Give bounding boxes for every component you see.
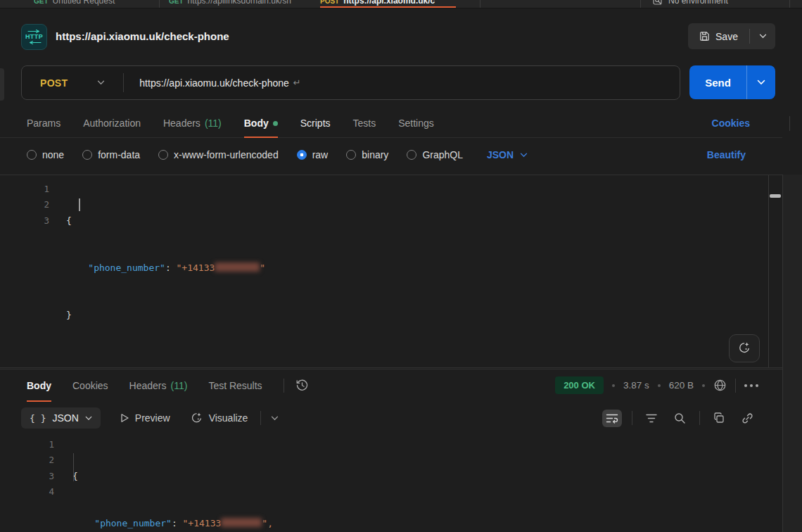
radio-label: GraphQL	[422, 149, 463, 160]
response-tab-headers[interactable]: Headers(11)	[129, 369, 188, 401]
tab-label: Tests	[353, 118, 376, 129]
postbot-magic-button[interactable]	[729, 334, 760, 362]
arrow-left-icon	[27, 41, 42, 44]
radio-label: form-data	[98, 149, 140, 160]
response-history-icon[interactable]	[295, 379, 309, 392]
copy-button[interactable]	[710, 409, 728, 427]
chevron-down-icon	[759, 34, 767, 39]
language-value: JSON	[487, 149, 514, 160]
tab-label: Test Results	[208, 380, 262, 391]
wrap-text-button[interactable]	[602, 410, 622, 427]
enter-hint: ↵	[293, 77, 301, 88]
view-options-chevron[interactable]	[271, 416, 279, 421]
search-button[interactable]	[670, 409, 689, 428]
tab-label: Scripts	[300, 118, 331, 129]
tab-authorization[interactable]: Authorization	[83, 109, 141, 137]
editor-scrollbar-track[interactable]	[768, 175, 782, 367]
preview-button[interactable]: Preview	[120, 412, 170, 424]
url-input[interactable]: https://api.xiaomu.uk/check-phone	[139, 77, 288, 89]
visualize-button[interactable]: Visualize	[190, 412, 248, 425]
method-label-post: POST	[320, 0, 339, 5]
tab-params[interactable]: Params	[27, 109, 61, 137]
cookies-link[interactable]: Cookies	[712, 109, 750, 137]
http-badge-label: HTTP	[25, 34, 43, 40]
response-tab-test-results[interactable]: Test Results	[208, 369, 262, 401]
language-dropdown[interactable]: JSON	[487, 149, 528, 160]
chevron-down-icon	[520, 153, 528, 158]
chevron-down-icon	[757, 80, 765, 85]
line-number-gutter: 1 2 3 4	[33, 437, 54, 500]
headers-count: (11)	[205, 118, 222, 129]
request-body-editor[interactable]: 1 2 3 { "phone_number": "+14133" }	[0, 175, 782, 368]
save-button[interactable]: Save	[688, 31, 749, 42]
network-globe-icon[interactable]	[713, 379, 727, 392]
chevron-down-icon	[271, 416, 279, 421]
filter-button[interactable]	[642, 410, 661, 426]
send-split-button: Send	[689, 65, 775, 99]
response-view-toolbar: { } JSON Preview Visualize	[0, 405, 782, 431]
send-options-button[interactable]	[747, 80, 775, 85]
radio-x-www-form-urlencoded[interactable]: x-www-form-urlencoded	[158, 149, 279, 160]
environment-selector[interactable]: No environment	[653, 0, 728, 8]
tab-divider	[159, 0, 160, 8]
beautify-link[interactable]: Beautify	[707, 149, 746, 160]
text-cursor	[79, 198, 80, 211]
status-badge[interactable]: 200 OK	[555, 376, 604, 394]
right-gutter-strip	[782, 175, 802, 532]
link-button[interactable]	[738, 409, 757, 428]
redacted-phone-digits	[215, 262, 260, 272]
redacted-phone-digits	[221, 518, 262, 527]
response-body-viewer[interactable]: 1 2 3 4 { "phone_number": "+14133", "sta…	[0, 433, 782, 532]
tab-body[interactable]: Body	[244, 109, 278, 137]
method-selector-button[interactable]	[97, 80, 105, 85]
method-selector-value[interactable]: POST	[40, 77, 68, 89]
tab-divider	[640, 0, 641, 8]
method-label-get: GET	[169, 0, 184, 5]
response-time[interactable]: 3.87 s	[623, 380, 649, 391]
workspace-tab-bar: GETUntitled Request GEThttps://apilinksd…	[0, 0, 802, 8]
response-tab-cookies[interactable]: Cookies	[72, 369, 108, 401]
tab-scripts[interactable]: Scripts	[300, 109, 331, 137]
editor-scrollbar-thumb[interactable]	[770, 194, 781, 198]
radio-raw[interactable]: raw	[297, 149, 329, 160]
sidebar-collapsed-handle[interactable]	[0, 68, 4, 101]
code-line: {	[66, 213, 265, 229]
radio-graphql[interactable]: GraphQL	[407, 149, 463, 160]
tab-label: Body	[244, 118, 269, 129]
response-format-dropdown[interactable]: { } JSON	[21, 407, 101, 429]
url-divider	[123, 73, 124, 92]
radio-form-data[interactable]: form-data	[82, 149, 140, 160]
more-options-icon[interactable]	[744, 384, 758, 387]
send-button[interactable]: Send	[689, 77, 746, 89]
radio-selected-icon	[297, 150, 307, 160]
radio-icon	[407, 150, 416, 160]
radio-none[interactable]: none	[27, 149, 64, 160]
save-options-button[interactable]	[750, 34, 775, 39]
tab-headers[interactable]: Headers(11)	[163, 109, 222, 137]
save-label: Save	[715, 31, 738, 42]
code-line: }	[66, 308, 265, 323]
tabs-right-divider	[789, 116, 790, 131]
request-tab-untitled[interactable]: GETUntitled Request	[34, 0, 115, 8]
format-value: JSON	[52, 412, 78, 424]
response-size[interactable]: 620 B	[669, 380, 694, 391]
response-tab-body[interactable]: Body	[27, 369, 51, 401]
chevron-down-icon	[97, 80, 105, 85]
radio-label: raw	[312, 149, 329, 160]
tab-label: https://api.xiaomu.uk/c	[343, 0, 435, 6]
tab-label: https://apilinksdomain.uk/sh	[188, 0, 291, 6]
divider	[632, 411, 632, 425]
app-window: GETUntitled Request GEThttps://apilinksd…	[0, 0, 802, 532]
radio-icon	[82, 150, 92, 160]
environment-search-icon	[653, 0, 663, 6]
radio-icon	[27, 150, 37, 160]
radio-binary[interactable]: binary	[346, 149, 388, 160]
tab-divider	[789, 0, 790, 8]
visualize-label: Visualize	[209, 412, 248, 424]
response-body-code: { "phone_number": "+14133", "status": "可…	[72, 437, 273, 532]
tab-tests[interactable]: Tests	[353, 109, 376, 137]
sparkle-wand-icon	[737, 341, 751, 355]
request-tab-apilinks[interactable]: GEThttps://apilinksdomain.uk/sh	[169, 0, 291, 8]
tab-settings[interactable]: Settings	[398, 109, 434, 137]
tab-label: Authorization	[83, 118, 141, 129]
